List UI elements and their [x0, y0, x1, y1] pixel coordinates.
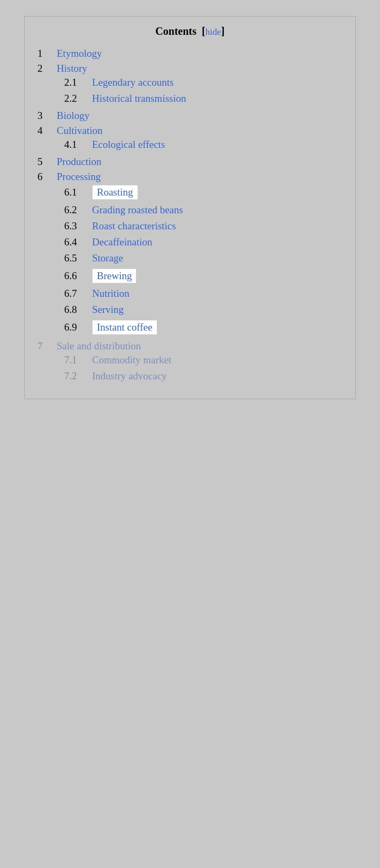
- toc-link-cultivation[interactable]: Cultivation: [57, 125, 103, 136]
- toc-link-production[interactable]: Production: [57, 156, 101, 167]
- toc-item-3: 3Biology: [37, 108, 343, 123]
- toc-sub-num: 6.3: [64, 220, 92, 232]
- toc-item-4: 4Cultivation4.1Ecological effects: [37, 123, 343, 154]
- toc-num: 6: [37, 171, 57, 183]
- toc-sublink-storage[interactable]: Storage: [92, 252, 123, 264]
- toc-subitem-6.4: 6.4Decaffeination: [64, 234, 343, 250]
- highlight-box: Roasting: [92, 185, 138, 200]
- toc-sublist-2: 2.1Legendary accounts2.2Historical trans…: [37, 74, 343, 107]
- toc-title-text: Contents: [155, 25, 196, 37]
- toc-sublink-instant-coffee[interactable]: Instant coffee: [97, 321, 153, 333]
- toc-subitem-2.1: 2.1Legendary accounts: [64, 74, 343, 91]
- toc-sub-num: 7.1: [64, 354, 92, 366]
- toc-sub-num: 6.7: [64, 288, 92, 300]
- toc-sublink-decaffeination[interactable]: Decaffeination: [92, 236, 153, 248]
- toc-sub-num: 6.5: [64, 252, 92, 264]
- toc-num: 3: [37, 110, 57, 122]
- toc-sublink-nutrition[interactable]: Nutrition: [92, 288, 130, 299]
- toc-subitem-6.5: 6.5Storage: [64, 250, 343, 266]
- toc-num: 7: [37, 340, 57, 352]
- toc-subitem-6.7: 6.7Nutrition: [64, 286, 343, 302]
- toc-item-7: 7Sale and distribution7.1Commodity marke…: [37, 339, 343, 386]
- toc-sublist-4: 4.1Ecological effects: [37, 137, 343, 153]
- toc-sublink-legendary-accounts[interactable]: Legendary accounts: [92, 77, 173, 88]
- toc-sublink-commodity-market[interactable]: Commodity market: [92, 354, 171, 365]
- toc-sub-num: 6.9: [64, 321, 92, 333]
- toc-num: 4: [37, 125, 57, 137]
- toc-link-history[interactable]: History: [57, 63, 87, 74]
- toc-sublink-roast-characteristics[interactable]: Roast characteristics: [92, 220, 176, 231]
- toc-num: 5: [37, 156, 57, 168]
- toc-sub-num: 2.1: [64, 77, 92, 88]
- toc-sub-num: 6.1: [64, 186, 92, 198]
- toc-num: 1: [37, 48, 57, 59]
- toc-item-5: 5Production: [37, 154, 343, 169]
- toc-subitem-6.3: 6.3Roast characteristics: [64, 218, 343, 234]
- toc-subitem-4.1: 4.1Ecological effects: [64, 137, 343, 153]
- toc-sublist-7: 7.1Commodity market7.2Industry advocacy: [37, 352, 343, 384]
- toc-subitem-6.6: 6.6Brewing: [64, 266, 343, 286]
- toc-subitem-7.2: 7.2Industry advocacy: [64, 368, 343, 384]
- toc-subitem-6.8: 6.8Serving: [64, 302, 343, 318]
- toc-subitem-2.2: 2.2Historical transmission: [64, 91, 343, 107]
- toc-sublist-6: 6.1Roasting6.2Grading roasted beans6.3Ro…: [37, 183, 343, 337]
- highlight-box: Brewing: [92, 268, 136, 283]
- toc-item-1: 1Etymology: [37, 46, 343, 61]
- toc-title: Contents [hide]: [37, 25, 343, 38]
- toc-item-6: 6Processing6.1Roasting6.2Grading roasted…: [37, 169, 343, 339]
- toc-subitem-6.2: 6.2Grading roasted beans: [64, 202, 343, 218]
- toc-box: Contents [hide] 1Etymology2History2.1Leg…: [24, 16, 356, 399]
- toc-list: 1Etymology2History2.1Legendary accounts2…: [37, 46, 343, 386]
- toc-link-processing[interactable]: Processing: [57, 171, 101, 182]
- toc-sub-num: 6.6: [64, 270, 92, 282]
- toc-subitem-6.1: 6.1Roasting: [64, 183, 343, 202]
- toc-sub-num: 6.8: [64, 304, 92, 316]
- toc-sub-num: 4.1: [64, 139, 92, 151]
- toc-item-2: 2History2.1Legendary accounts2.2Historic…: [37, 61, 343, 108]
- toc-sublink-serving[interactable]: Serving: [92, 304, 124, 315]
- toc-num: 2: [37, 63, 57, 74]
- toc-hide-link[interactable]: hide: [206, 27, 221, 37]
- toc-sublink-industry-advocacy[interactable]: Industry advocacy: [92, 370, 167, 381]
- toc-sublink-roasting[interactable]: Roasting: [97, 186, 133, 198]
- toc-link-etymology[interactable]: Etymology: [57, 48, 102, 59]
- toc-sub-num: 6.4: [64, 236, 92, 248]
- toc-sublink-historical-transmission[interactable]: Historical transmission: [92, 93, 186, 104]
- toc-sub-num: 2.2: [64, 93, 92, 104]
- toc-link-biology[interactable]: Biology: [57, 110, 89, 121]
- toc-sublink-grading-roasted-beans[interactable]: Grading roasted beans: [92, 204, 183, 215]
- toc-subitem-6.9: 6.9Instant coffee: [64, 318, 343, 337]
- toc-sub-num: 6.2: [64, 204, 92, 216]
- toc-sublink-ecological-effects[interactable]: Ecological effects: [92, 139, 165, 150]
- toc-sub-num: 7.2: [64, 370, 92, 382]
- toc-link-sale-and-distribution[interactable]: Sale and distribution: [57, 340, 141, 351]
- highlight-box: Instant coffee: [92, 320, 157, 335]
- toc-sublink-brewing[interactable]: Brewing: [97, 270, 132, 281]
- toc-subitem-7.1: 7.1Commodity market: [64, 352, 343, 368]
